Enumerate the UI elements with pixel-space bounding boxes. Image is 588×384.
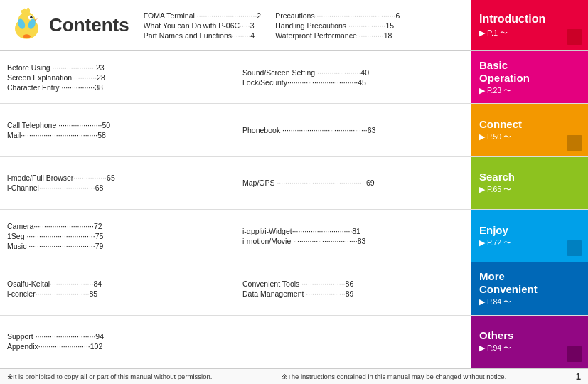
row-others: Support ·····························94 … xyxy=(0,316,588,368)
nav-item-foma: FOMA Terminal ··························… xyxy=(144,11,262,20)
intro-accent xyxy=(567,29,582,45)
item-music: Music ································79 xyxy=(7,242,228,250)
content-main-more: Osaifu-Keitai·····················84 i-c… xyxy=(0,262,471,314)
item-before-using: Before Using ·····················23 xyxy=(7,63,228,72)
section-badge-search: Search ▶ P.65 〜 xyxy=(471,157,588,209)
others-accent xyxy=(567,346,582,362)
item-camera: Camera·····························72 xyxy=(7,222,228,230)
item-osaifu: Osaifu-Keitai·····················84 xyxy=(7,279,228,288)
header-row: Contents FOMA Terminal ·················… xyxy=(0,0,588,51)
col-right-connect: Phonebook ······························… xyxy=(242,126,464,134)
col-left-connect: Call Telephone ·····················50 M… xyxy=(7,121,228,139)
item-lock-security: Lock/Security···························… xyxy=(242,78,464,87)
item-support: Support ·····························94 xyxy=(7,332,228,341)
bird-logo xyxy=(7,6,46,45)
item-convenient-tools: Convenient Tools ·····················86 xyxy=(242,279,464,288)
col-right-search: Map/GPS ································… xyxy=(242,178,464,187)
content-rows: Before Using ·····················23 Scr… xyxy=(0,51,588,368)
svg-point-7 xyxy=(23,34,31,38)
col-left-enjoy: Camera·····························72 1S… xyxy=(7,222,228,250)
more-sub: ▶ P.84 〜 xyxy=(479,297,579,307)
svg-point-3 xyxy=(30,16,33,19)
nav-col-2: Precautions·····························… xyxy=(275,11,400,40)
others-sub: ▶ P.94 〜 xyxy=(479,343,579,353)
row-search: i-mode/Full Browser················65 i-… xyxy=(0,157,588,210)
item-imode: i-mode/Full Browser················65 xyxy=(7,174,228,182)
enjoy-accent xyxy=(567,240,582,256)
footer: ※It is prohibited to copy all or part of… xyxy=(0,368,588,384)
content-main-basic: Before Using ·····················23 Scr… xyxy=(0,51,471,103)
more-title: MoreConvenient xyxy=(479,270,579,296)
item-1seg: 1Seg ·································75 xyxy=(7,232,228,240)
col-left-basic: Before Using ·····················23 Scr… xyxy=(7,63,228,92)
svg-rect-12 xyxy=(567,135,582,151)
content-main-connect: Call Telephone ·····················50 M… xyxy=(0,104,471,156)
item-appendix: Appendix·························102 xyxy=(7,342,228,351)
nav-item-whatyoucando: What You can Do with P-06C·····3 xyxy=(144,21,262,30)
item-data-management: Data Management ···················89 xyxy=(242,289,464,298)
nav-item-handling: Handling Precautions ··················1… xyxy=(275,21,400,30)
page-wrapper: Contents FOMA Terminal ·················… xyxy=(0,0,588,384)
footer-page: 1 xyxy=(576,371,581,382)
item-mapgps: Map/GPS ································… xyxy=(242,178,464,187)
col-right-basic: Sound/Screen Setting ···················… xyxy=(242,68,464,87)
connect-title: Connect xyxy=(479,118,579,131)
svg-rect-13 xyxy=(567,240,582,256)
row-basic-operation: Before Using ·····················23 Scr… xyxy=(0,51,588,104)
search-sub: ▶ P.65 〜 xyxy=(479,185,579,195)
basic-sub: ▶ P.23 〜 xyxy=(479,86,579,96)
col-right-more: Convenient Tools ·····················86… xyxy=(242,279,464,298)
item-call-telephone: Call Telephone ·····················50 xyxy=(7,121,228,129)
item-mail: Mail····································… xyxy=(7,131,228,139)
nav-item-partnames: Part Names and Functions·········4 xyxy=(144,31,262,40)
header-nav: FOMA Terminal ··························… xyxy=(137,0,471,50)
item-iappli: i-αppli/i-Widget························… xyxy=(242,227,464,235)
col-left-others: Support ·····························94 … xyxy=(7,332,228,351)
footer-middle: ※The instructions contained in this manu… xyxy=(282,373,506,380)
col-left-search: i-mode/Full Browser················65 i-… xyxy=(7,174,228,192)
item-screen-explanation: Screen Explanation ···········28 xyxy=(7,73,228,82)
item-phonebook: Phonebook ······························… xyxy=(242,126,464,134)
introduction-title: Introduction xyxy=(479,12,579,26)
section-badge-connect: Connect ▶ P.50 〜 xyxy=(471,104,588,156)
item-sound-screen: Sound/Screen Setting ···················… xyxy=(242,68,464,77)
connect-accent xyxy=(567,135,582,151)
item-character-entry: Character Entry ················38 xyxy=(7,83,228,92)
footer-left: ※It is prohibited to copy all or part of… xyxy=(7,373,212,380)
enjoy-title: Enjoy xyxy=(479,224,579,237)
section-badge-more: MoreConvenient ▶ P.84 〜 xyxy=(471,262,588,314)
header-left: Contents xyxy=(0,0,137,50)
contents-title: Contents xyxy=(49,14,129,36)
content-main-others: Support ·····························94 … xyxy=(0,316,471,368)
nav-col-1: FOMA Terminal ··························… xyxy=(144,11,262,40)
content-main-enjoy: Camera·····························72 1S… xyxy=(0,210,471,262)
section-badge-introduction: Introduction ▶ P.1 〜 xyxy=(471,0,588,50)
col-left-more: Osaifu-Keitai·····················84 i-c… xyxy=(7,279,228,298)
nav-item-waterproof: Waterproof Performance ············18 xyxy=(275,31,400,40)
svg-rect-11 xyxy=(567,29,582,45)
enjoy-sub: ▶ P.72 〜 xyxy=(479,238,579,248)
connect-sub: ▶ P.50 〜 xyxy=(479,132,579,142)
item-imotion: i-motion/Movie ·························… xyxy=(242,237,464,245)
row-more-convenient: Osaifu-Keitai·····················84 i-c… xyxy=(0,262,588,315)
section-badge-enjoy: Enjoy ▶ P.72 〜 xyxy=(471,210,588,262)
nav-item-precautions: Precautions·····························… xyxy=(275,11,400,20)
basic-title: BasicOperation xyxy=(479,59,579,85)
section-badge-others: Others ▶ P.94 〜 xyxy=(471,316,588,368)
row-enjoy: Camera·····························72 1S… xyxy=(0,210,588,262)
search-title: Search xyxy=(479,171,579,183)
col-right-enjoy: i-αppli/i-Widget························… xyxy=(242,227,464,245)
item-iconcier: i-concier··························85 xyxy=(7,289,228,298)
content-main-search: i-mode/Full Browser················65 i-… xyxy=(0,157,471,209)
others-title: Others xyxy=(479,329,579,342)
svg-rect-14 xyxy=(567,346,582,362)
section-badge-basic: BasicOperation ▶ P.23 〜 xyxy=(471,51,588,103)
item-ichannel: i-Channel···························68 xyxy=(7,183,228,192)
row-connect: Call Telephone ·····················50 M… xyxy=(0,104,588,156)
introduction-sub: ▶ P.1 〜 xyxy=(479,28,579,38)
